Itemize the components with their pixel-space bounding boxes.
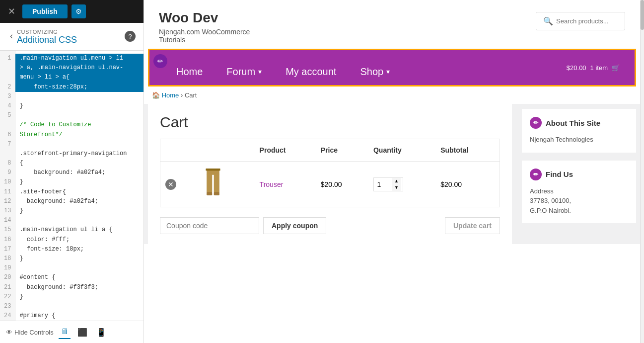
site-title: Woo Dev	[159, 10, 250, 26]
scrollbar[interactable]	[640, 0, 644, 343]
remove-item-button[interactable]: ✕	[165, 179, 176, 190]
back-button[interactable]: ‹	[8, 30, 15, 42]
col-price: Price	[316, 139, 368, 162]
code-content[interactable]: .main-navigation ul.menu > li > a, .main…	[15, 51, 143, 321]
findus-widget-title: ✏ Find Us	[530, 169, 628, 180]
findus-address: 37783, 00100,	[530, 196, 628, 206]
site-subtitle: Njengah.com WooCommerce	[159, 28, 250, 36]
subtotal-cell: $20.00	[435, 162, 500, 207]
nav-item-shop[interactable]: Shop ▾	[348, 61, 402, 83]
product-link[interactable]: Trouser	[260, 180, 284, 188]
nav-item-label: My account	[286, 66, 336, 78]
nav-wrapper: ✏ Home Forum ▾ My account Shop ▾	[148, 49, 636, 86]
findus-address2: G.P.O Nairobi.	[530, 206, 628, 216]
findus-address-label: Address	[530, 186, 628, 196]
col-remove	[160, 139, 196, 162]
nav-item-label: Home	[176, 66, 203, 78]
product-image	[201, 169, 225, 198]
nav-item-home[interactable]: Home	[164, 61, 215, 83]
col-subtotal: Subtotal	[435, 139, 500, 162]
cart-price: $20.00	[567, 64, 586, 72]
search-icon: 🔍	[543, 16, 553, 26]
content-area: Cart Product Price Quantity Subtotal	[148, 104, 512, 244]
edit-nav-button[interactable]: ✏	[153, 54, 167, 68]
search-input[interactable]	[556, 17, 616, 25]
mobile-device-button[interactable]: 📱	[94, 326, 108, 339]
scrollbar-thumb[interactable]	[641, 0, 644, 30]
price-cell: $20.00	[316, 162, 368, 207]
panel-title: Additional CSS	[17, 35, 125, 45]
remove-cell: ✕	[160, 162, 196, 207]
svg-rect-5	[206, 169, 220, 171]
hide-icon: 👁	[6, 329, 12, 336]
desktop-device-button[interactable]: 🖥	[59, 325, 71, 339]
findus-widget: ✏ Find Us Address 37783, 00100, G.P.O Na…	[522, 161, 636, 224]
cart-title: Cart	[160, 114, 500, 131]
main-content: Cart Product Price Quantity Subtotal	[144, 104, 640, 244]
cart-info: $20.00 1 item 🛒	[567, 64, 620, 72]
col-image	[196, 139, 254, 162]
quantity-input[interactable]	[374, 178, 392, 190]
table-row: ✕	[160, 162, 500, 207]
about-widget-content: Njengah Technologies	[530, 135, 628, 145]
bottom-bar: 👁 Hide Controls 🖥 ⬛ 📱	[0, 321, 143, 343]
breadcrumb-current: Cart	[185, 91, 197, 99]
nav-item-myaccount[interactable]: My account	[274, 61, 348, 83]
breadcrumb: 🏠 Home › Cart	[148, 86, 636, 104]
svg-rect-3	[207, 192, 212, 195]
quantity-wrapper: ▲ ▼	[373, 177, 403, 191]
apply-coupon-button[interactable]: Apply coupon	[263, 217, 326, 234]
qty-up-button[interactable]: ▲	[392, 178, 401, 184]
quantity-cell: ▲ ▼	[368, 162, 435, 207]
nav-item-label: Shop	[360, 66, 383, 78]
col-product: Product	[255, 139, 316, 162]
preview-panel: Woo Dev Njengah.com WooCommerce Tutorial…	[144, 0, 640, 343]
hide-controls-button[interactable]: 👁 Hide Controls	[6, 329, 54, 336]
nav-item-forum[interactable]: Forum ▾	[215, 61, 274, 83]
update-cart-button[interactable]: Update cart	[445, 217, 500, 234]
preview-content: Woo Dev Njengah.com WooCommerce Tutorial…	[144, 0, 640, 343]
product-name-cell: Trouser	[255, 162, 316, 207]
panel-titles: Customizing Additional CSS	[15, 29, 125, 45]
cart-table: Product Price Quantity Subtotal ✕	[160, 139, 500, 207]
about-widget-title: ✏ About This Site	[530, 117, 628, 129]
top-bar: ✕ Publish ⚙	[0, 0, 143, 23]
cart-icon[interactable]: 🛒	[612, 64, 620, 72]
findus-title-label: Find Us	[546, 170, 573, 178]
site-subtitle2: Tutorials	[159, 36, 250, 44]
breadcrumb-home-link[interactable]: Home	[162, 91, 179, 99]
nav-items: Home Forum ▾ My account Shop ▾	[164, 61, 402, 83]
cart-items: 1 item	[590, 64, 608, 72]
findus-icon: ✏	[530, 169, 542, 180]
main-navigation: Home Forum ▾ My account Shop ▾ $20.	[149, 50, 635, 85]
svg-rect-4	[214, 192, 219, 195]
nav-item-label: Forum	[226, 66, 255, 78]
line-numbers: 1 2 3 4 5 6 7 8 9 10 11 12 13 14 15 16	[0, 51, 15, 321]
chevron-down-icon: ▾	[386, 68, 390, 76]
coupon-area: Apply coupon Update cart	[160, 212, 500, 234]
home-icon: 🏠	[152, 91, 160, 99]
sidebar: ✏ About This Site Njengah Technologies ✏…	[522, 104, 636, 244]
customizing-label: Customizing	[17, 29, 125, 35]
code-editor[interactable]: 1 2 3 4 5 6 7 8 9 10 11 12 13 14 15 16	[0, 51, 143, 321]
panel-header: ‹ Customizing Additional CSS ?	[0, 23, 143, 51]
col-quantity: Quantity	[368, 139, 435, 162]
settings-button[interactable]: ⚙	[72, 4, 86, 18]
publish-button[interactable]: Publish	[22, 4, 68, 18]
svg-rect-2	[214, 173, 219, 193]
about-icon: ✏	[530, 117, 542, 129]
qty-down-button[interactable]: ▼	[392, 184, 401, 191]
breadcrumb-separator: ›	[181, 91, 185, 99]
hide-controls-label: Hide Controls	[14, 329, 54, 336]
site-header: Woo Dev Njengah.com WooCommerce Tutorial…	[144, 0, 640, 49]
about-title-label: About This Site	[546, 119, 600, 127]
coupon-input[interactable]	[160, 217, 259, 234]
close-button[interactable]: ✕	[5, 5, 18, 18]
qty-arrows: ▲ ▼	[392, 178, 401, 191]
svg-rect-1	[207, 173, 212, 193]
tablet-device-button[interactable]: ⬛	[75, 326, 89, 339]
about-widget: ✏ About This Site Njengah Technologies	[522, 109, 636, 153]
chevron-down-icon: ▾	[258, 68, 262, 76]
help-button[interactable]: ?	[125, 31, 136, 42]
customizer-panel: ✕ Publish ⚙ ‹ Customizing Additional CSS…	[0, 0, 144, 343]
